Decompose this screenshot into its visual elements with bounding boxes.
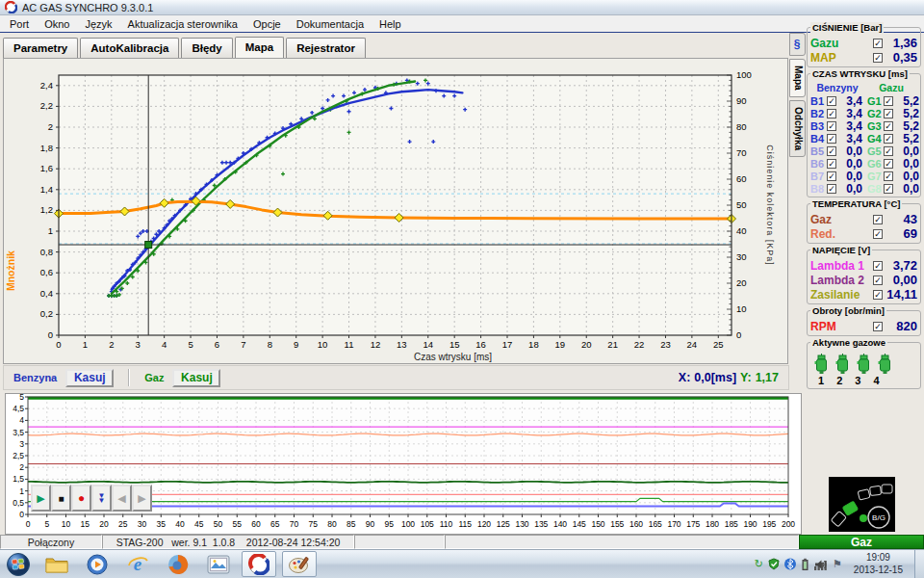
flag-icon[interactable]: ⚑ <box>833 559 842 569</box>
checkbox[interactable] <box>884 146 893 156</box>
signal-bars-icon[interactable] <box>814 559 828 570</box>
stop-button[interactable]: ■ <box>51 485 71 512</box>
side-tab-odchylka[interactable]: Odchyłka <box>789 100 806 157</box>
checkbox[interactable] <box>884 159 893 169</box>
gas-injector-icon <box>835 354 850 375</box>
checkbox[interactable] <box>884 184 893 194</box>
collapse-button[interactable]: ▼▼ <box>91 485 112 512</box>
svg-text:135: 135 <box>534 519 548 529</box>
shield-check-icon[interactable] <box>768 558 780 570</box>
menu-item-help[interactable]: Help <box>372 16 409 32</box>
checkbox[interactable] <box>827 171 836 181</box>
checkbox[interactable] <box>873 215 883 224</box>
menu-item-aktualizacja[interactable]: Aktualizacja sterownika <box>120 16 245 32</box>
taskbar-ie-button[interactable]: e <box>117 550 158 578</box>
clock-date: 2013-12-15 <box>854 565 903 577</box>
injection-row: B80,0 G80,0 <box>810 182 917 195</box>
bluetooth-icon[interactable] <box>784 558 796 570</box>
checkbox[interactable] <box>884 134 893 144</box>
tab-autokalibracja[interactable]: AutoKalibracja <box>80 38 179 58</box>
checkbox[interactable] <box>873 39 883 48</box>
svg-text:4,5: 4,5 <box>13 404 24 413</box>
map-chart[interactable]: 0123456789101112131415161718192021222324… <box>4 59 787 363</box>
menu-item-okno[interactable]: Okno <box>37 16 77 32</box>
checkbox[interactable] <box>873 53 883 63</box>
svg-text:155: 155 <box>610 519 624 529</box>
ac-app-icon <box>248 554 270 575</box>
checkbox[interactable] <box>827 109 836 118</box>
record-icon: ● <box>78 491 85 505</box>
svg-text:1,2: 1,2 <box>40 204 53 215</box>
svg-text:7: 7 <box>241 339 245 350</box>
next-button[interactable]: ▶ <box>132 485 152 512</box>
injection-row: B23,4 G25,2 <box>810 107 917 119</box>
gaz-kasuj-button[interactable]: Kasuj <box>172 369 220 387</box>
checkbox[interactable] <box>873 229 883 239</box>
svg-text:105: 105 <box>421 519 434 529</box>
menu-item-dokumentacja[interactable]: Dokumentacja <box>289 16 372 32</box>
checkbox[interactable] <box>827 159 836 169</box>
checkbox[interactable] <box>884 109 893 118</box>
app-logo-icon <box>5 1 17 13</box>
menu-item-jezyk[interactable]: Język <box>77 16 119 32</box>
sync-icon[interactable]: ↻ <box>755 559 763 569</box>
svg-text:60: 60 <box>251 519 261 529</box>
taskbar-photo-viewer-button[interactable] <box>198 550 239 578</box>
taskbar-ac-gas-synchro-button[interactable] <box>242 551 276 577</box>
taskbar-explorer-button[interactable] <box>37 550 77 578</box>
speaker-icon[interactable] <box>815 560 826 568</box>
injection-time-group: CZAS WTRYSKU [ms] Benzyny Gazu B13,4 G15… <box>807 73 921 197</box>
side-tab-mapa[interactable]: Mapa <box>789 59 806 97</box>
voltage-title: NAPIĘCIE [V] <box>810 245 872 255</box>
checkbox[interactable] <box>827 134 836 144</box>
benzyna-kasuj-button[interactable]: Kasuj <box>65 369 114 387</box>
gas-level-indicator: B/G <box>829 477 895 532</box>
tab-mapa[interactable]: Mapa <box>235 37 284 58</box>
checkbox[interactable] <box>873 322 883 331</box>
tab-parametry[interactable]: Parametry <box>3 38 78 58</box>
injector-icons-row <box>810 351 917 375</box>
checkbox[interactable] <box>827 184 836 194</box>
checkbox[interactable] <box>884 96 893 106</box>
checkbox[interactable] <box>873 290 883 300</box>
fuel-mode-indicator[interactable]: Gaz <box>799 535 924 549</box>
svg-text:70: 70 <box>290 519 299 529</box>
rpm-group: Obroty [obr/min] RPM 820 <box>807 310 921 336</box>
menu-item-opcje[interactable]: Opcje <box>245 16 289 32</box>
svg-text:2,2: 2,2 <box>40 100 53 111</box>
menu-item-port[interactable]: Port <box>2 16 37 32</box>
taskbar-media-player-button[interactable] <box>77 550 117 578</box>
checkbox[interactable] <box>873 276 883 285</box>
svg-text:0: 0 <box>48 329 53 340</box>
taskbar-firefox-button[interactable] <box>158 550 198 578</box>
checkbox[interactable] <box>884 171 893 181</box>
battery-icon[interactable] <box>801 558 809 570</box>
taskbar-clock[interactable]: 19:09 2013-12-15 <box>847 552 910 576</box>
tab-bledy[interactable]: Błędy <box>181 38 232 58</box>
svg-text:100: 100 <box>401 519 415 529</box>
svg-text:185: 185 <box>725 519 738 529</box>
voltage-row-lambda2: Lambda 2 0,00 <box>810 273 917 287</box>
checkbox[interactable] <box>827 121 836 131</box>
taskbar-paint-button[interactable] <box>282 551 317 577</box>
show-desktop-button[interactable] <box>914 550 924 578</box>
right-arrow-icon: ▶ <box>138 492 145 505</box>
svg-text:90: 90 <box>736 95 747 106</box>
svg-text:50: 50 <box>214 519 223 529</box>
pressure-title: CIŚNIENIE [Bar] <box>810 22 884 33</box>
checkbox[interactable] <box>827 96 836 106</box>
photo-viewer-icon <box>207 555 230 574</box>
checkbox[interactable] <box>827 146 836 156</box>
fuel-segment-icon <box>831 511 846 526</box>
prev-button[interactable]: ◀ <box>112 485 132 512</box>
side-collapse-icon[interactable]: § <box>789 33 806 56</box>
tab-rejestrator[interactable]: Rejestrator <box>286 38 366 58</box>
checkbox[interactable] <box>884 121 893 131</box>
recorder-chart[interactable]: 0510152025303540455055606570758085909510… <box>6 394 801 534</box>
play-button[interactable]: ▶ <box>31 485 51 512</box>
start-button[interactable] <box>0 550 37 578</box>
cursor-readout: X: 0,0[ms] Y: 1,17 <box>679 371 779 384</box>
record-button[interactable]: ● <box>71 485 91 512</box>
checkbox[interactable] <box>873 261 883 271</box>
pressure-map-label: MAP <box>810 51 836 65</box>
